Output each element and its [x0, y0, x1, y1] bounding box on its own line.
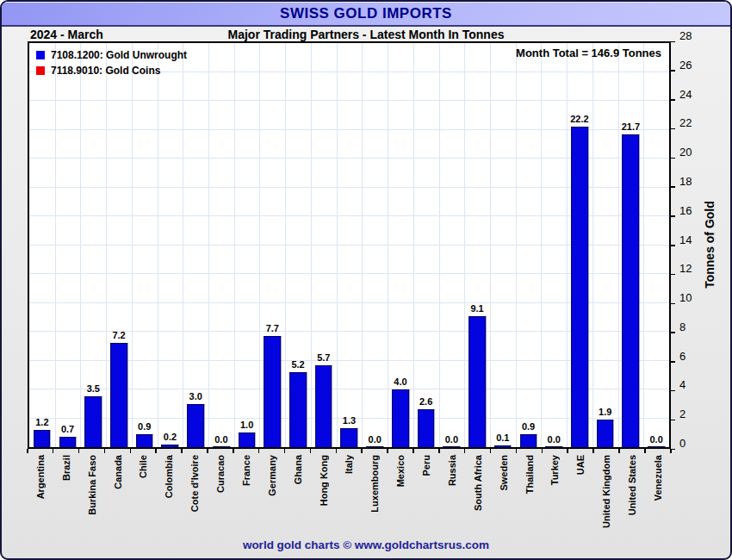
- x-tick-mark: [104, 449, 106, 453]
- x-axis-label-cell: Peru: [413, 455, 439, 544]
- x-axis-label: Argentina: [35, 455, 46, 499]
- legend: 7108.1200: Gold Unwrought 7118.9010: Gol…: [36, 47, 187, 78]
- bar: [315, 365, 332, 447]
- bars-container: 1.20.73.57.20.90.23.00.01.07.75.25.71.30…: [29, 43, 669, 447]
- bar-column: 7.7: [259, 43, 285, 447]
- bar-column: 5.2: [285, 43, 311, 447]
- y-tick-mark: [671, 420, 675, 421]
- bar: [571, 127, 588, 447]
- y-tick-label: 6: [679, 349, 685, 362]
- footer: world gold charts © www.goldchartsrus.co…: [2, 537, 730, 552]
- bar: [468, 316, 486, 447]
- x-axis-label-cell: Sweden: [491, 455, 517, 544]
- x-axis-label: United States: [627, 455, 637, 515]
- legend-item-gold-coins: 7118.9010: Gold Coins: [36, 63, 187, 78]
- x-axis-label: Peru: [421, 455, 431, 476]
- y-tick-mark: [671, 332, 675, 333]
- bar: [213, 446, 230, 448]
- x-tick-mark: [542, 449, 543, 453]
- x-axis-label: United Kingdom: [601, 455, 611, 528]
- bar-column: 21.7: [618, 43, 644, 447]
- x-tick-mark: [181, 449, 183, 453]
- y-tick-mark: [671, 99, 675, 101]
- x-tick-mark: [490, 449, 492, 453]
- bar: [366, 446, 383, 448]
- bar-column: 0.0: [439, 43, 465, 447]
- y-tick-label: 4: [679, 378, 685, 391]
- y-tick-mark: [671, 245, 675, 246]
- y-tick-label: 10: [679, 291, 692, 304]
- y-tick-mark: [671, 449, 675, 451]
- x-tick-mark: [336, 449, 338, 453]
- x-tick-mark: [592, 449, 594, 453]
- y-tick-label: 2: [679, 408, 685, 420]
- x-axis-label-cell: Turkey: [543, 455, 568, 544]
- month-total-annotation: Month Total = 146.9 Tonnes: [516, 47, 661, 59]
- y-tick-mark: [671, 274, 675, 276]
- bar: [648, 446, 665, 448]
- x-axis-label-cell: Thailand: [517, 455, 543, 544]
- bar-column: 1.3: [337, 43, 363, 447]
- legend-item-gold-unwrought: 7108.1200: Gold Unwrought: [36, 47, 187, 63]
- bar-column: 0.9: [516, 43, 542, 447]
- bar: [289, 372, 307, 447]
- y-tick-label: 26: [679, 58, 692, 71]
- bar-column: 2.6: [413, 43, 439, 447]
- title-bar: SWISS GOLD IMPORTS: [2, 2, 730, 27]
- x-axis-label: Thailand: [524, 455, 535, 494]
- y-tick-mark: [671, 158, 675, 159]
- bar-column: 0.9: [132, 43, 158, 447]
- bar-column: 4.0: [388, 43, 413, 447]
- bar-column: 0.2: [158, 43, 183, 447]
- bar: [597, 420, 614, 447]
- x-axis-label: Canada: [113, 455, 123, 489]
- x-axis-label-cell: Canada: [105, 455, 131, 544]
- x-axis-label: Curacao: [215, 455, 226, 493]
- footer-credit: world gold charts © www.goldchartsrus.co…: [243, 538, 489, 551]
- x-axis-label: Colombia: [164, 455, 174, 498]
- x-axis-label-cell: Hong Kong: [311, 455, 337, 544]
- chart-window: SWISS GOLD IMPORTS 2024 - March Major Tr…: [0, 0, 732, 560]
- x-axis-label-cell: Curacao: [208, 455, 233, 544]
- bar: [494, 445, 512, 447]
- chart-subtitle: Major Trading Partners - Latest Month In…: [2, 28, 730, 41]
- x-axis-label: Cote d'Ivoire: [189, 455, 200, 512]
- x-tick-mark: [27, 449, 28, 453]
- x-tick-mark: [438, 449, 440, 453]
- legend-label: 7118.9010: Gold Coins: [51, 65, 160, 77]
- x-tick-mark: [258, 449, 260, 453]
- bar-column: 0.0: [208, 43, 234, 447]
- x-axis-label: Italy: [344, 455, 354, 474]
- x-axis-label-cell: France: [233, 455, 259, 544]
- x-axis-label: Luxembourg: [369, 455, 380, 513]
- x-axis-label: France: [241, 455, 251, 486]
- x-axis-label-cell: Italy: [337, 455, 363, 544]
- legend-swatch-blue-icon: [36, 51, 45, 59]
- bar: [623, 134, 640, 447]
- x-axis-label: Sweden: [499, 455, 509, 491]
- x-tick-mark: [53, 449, 54, 453]
- bar: [162, 445, 179, 447]
- bar-column: 9.1: [464, 43, 490, 447]
- x-axis-ticks: [28, 449, 671, 454]
- x-tick-mark: [387, 449, 388, 453]
- bar-column: 3.0: [183, 43, 208, 447]
- x-axis-label: UAE: [575, 455, 586, 475]
- y-tick-label: 14: [679, 233, 692, 246]
- bar-column: 3.5: [80, 43, 106, 447]
- bar-column: 1.9: [592, 43, 618, 447]
- y-tick-mark: [671, 186, 675, 188]
- bar-column: 0.0: [541, 43, 567, 447]
- y-tick-label: 12: [679, 262, 692, 275]
- bar-column: 5.7: [311, 43, 337, 447]
- x-axis-label-cell: United States: [619, 455, 645, 544]
- y-tick-mark: [671, 41, 675, 43]
- bar-column: 0.0: [643, 43, 669, 447]
- x-axis-label-cell: Colombia: [156, 455, 182, 544]
- x-tick-mark: [413, 449, 414, 453]
- x-axis-label-cell: Germany: [259, 455, 285, 544]
- bar-column: 1.2: [29, 43, 55, 447]
- x-tick-mark: [233, 449, 234, 453]
- legend-swatch-red-icon: [36, 66, 45, 75]
- x-axis-label: Hong Kong: [319, 455, 329, 506]
